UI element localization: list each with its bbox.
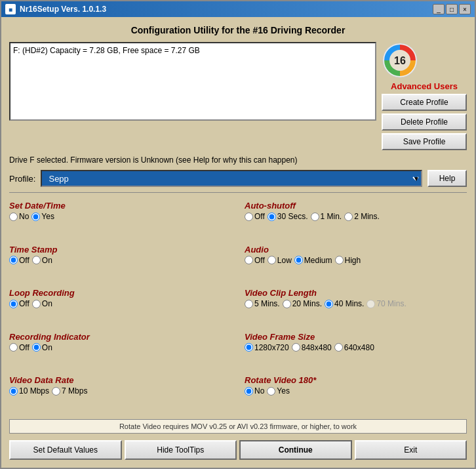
auto-shutoff-30[interactable]: 30 Secs. xyxy=(268,212,308,221)
auto-shutoff-label: Auto-shutoff xyxy=(245,201,467,211)
audio-options: Off Low Medium High xyxy=(245,256,467,265)
vdr-7mbps[interactable]: 7 Mbps xyxy=(52,386,87,396)
title-bar: ■ Nr16Setup Vers. 1.0.1.3 _ □ × xyxy=(1,1,475,17)
recording-indicator-group: Recording Indicator Off On xyxy=(9,329,231,372)
vcl-5min[interactable]: 5 Mins. xyxy=(245,299,280,308)
profile-select[interactable]: Sepp xyxy=(41,170,422,187)
video-clip-length-options: 5 Mins. 20 Mins. 40 Mins. 70 Mins. xyxy=(245,299,467,308)
help-button[interactable]: Help xyxy=(427,170,467,187)
time-stamp-group: Time Stamp Off On xyxy=(9,242,231,285)
video-clip-length-label: Video Clip Length xyxy=(245,288,467,298)
set-date-time-options: No Yes xyxy=(9,212,231,221)
audio-group: Audio Off Low Medium xyxy=(245,242,467,285)
video-frame-size-label: Video Frame Size xyxy=(245,332,467,342)
rotate-video-yes[interactable]: Yes xyxy=(267,386,290,396)
set-defaults-button[interactable]: Set Default Values xyxy=(9,440,122,460)
audio-label: Audio xyxy=(245,245,467,255)
hide-tooltips-button[interactable]: Hide ToolTips xyxy=(125,440,237,460)
svg-text:16: 16 xyxy=(394,55,406,66)
minimize-button[interactable]: _ xyxy=(433,4,445,14)
recording-indicator-options: Off On xyxy=(9,343,231,352)
drive-item: F: (HD#2) Capacity = 7.28 GB, Free space… xyxy=(13,46,372,55)
time-stamp-label: Time Stamp xyxy=(9,245,231,255)
window-controls[interactable]: _ □ × xyxy=(433,4,471,14)
set-date-time-no[interactable]: No xyxy=(9,212,29,221)
status-text: Drive F selected. Firmware version is Un… xyxy=(9,154,467,166)
time-stamp-off[interactable]: Off xyxy=(9,256,30,265)
vcl-70min[interactable]: 70 Mins. xyxy=(367,299,406,308)
exit-button[interactable]: Exit xyxy=(355,440,467,460)
audio-high[interactable]: High xyxy=(335,256,361,265)
vfs-640[interactable]: 640x480 xyxy=(334,343,374,352)
right-panel: 16 Advanced Users Create Profile Delete … xyxy=(382,42,467,150)
rotate-video-no[interactable]: No xyxy=(245,386,264,396)
vcl-40min[interactable]: 40 Mins. xyxy=(325,299,364,308)
drive-list[interactable]: F: (HD#2) Capacity = 7.28 GB, Free space… xyxy=(9,42,376,121)
loop-recording-on[interactable]: On xyxy=(32,299,52,308)
video-data-rate-label: Video Data Rate xyxy=(9,375,231,385)
vfs-1280[interactable]: 1280x720 xyxy=(245,343,289,352)
set-date-time-yes[interactable]: Yes xyxy=(31,212,54,221)
audio-medium[interactable]: Medium xyxy=(294,256,332,265)
maximize-button[interactable]: □ xyxy=(446,4,458,14)
title-bar-left: ■ Nr16Setup Vers. 1.0.1.3 xyxy=(5,4,106,14)
app-logo: 16 xyxy=(382,42,418,79)
page-title: Configuration Utility for the #16 Drivin… xyxy=(9,22,467,38)
audio-low[interactable]: Low xyxy=(268,256,292,265)
main-content: Configuration Utility for the #16 Drivin… xyxy=(1,17,475,468)
advanced-users-label: Advanced Users xyxy=(382,81,467,91)
video-data-rate-options: 10 Mbps 7 Mbps xyxy=(9,386,231,396)
set-date-time-group: Set Date/Time No Yes xyxy=(9,198,231,241)
recording-indicator-label: Recording Indicator xyxy=(9,332,231,342)
loop-recording-group: Loop Recording Off On xyxy=(9,285,231,328)
profile-label: Profile: xyxy=(9,174,35,184)
close-button[interactable]: × xyxy=(459,4,471,14)
create-profile-button[interactable]: Create Profile xyxy=(382,94,467,111)
audio-off[interactable]: Off xyxy=(245,256,265,265)
continue-button[interactable]: Continue xyxy=(239,440,352,460)
profile-select-wrapper[interactable]: Sepp xyxy=(41,170,422,187)
bottom-buttons: Set Default Values Hide ToolTips Continu… xyxy=(9,438,467,462)
loop-recording-label: Loop Recording xyxy=(9,288,231,298)
vfs-848[interactable]: 848x480 xyxy=(292,343,332,352)
time-stamp-on[interactable]: On xyxy=(32,256,52,265)
rotate-video-options: No Yes xyxy=(245,386,467,396)
time-stamp-options: Off On xyxy=(9,256,231,265)
loop-recording-options: Off On xyxy=(9,299,231,308)
main-window: ■ Nr16Setup Vers. 1.0.1.3 _ □ × Configur… xyxy=(0,0,476,469)
auto-shutoff-group: Auto-shutoff Off 30 Secs. 1 Min. xyxy=(245,198,467,241)
rec-indicator-on[interactable]: On xyxy=(32,343,52,352)
top-section: F: (HD#2) Capacity = 7.28 GB, Free space… xyxy=(9,42,467,150)
video-frame-size-options: 1280x720 848x480 640x480 xyxy=(245,343,467,352)
settings-grid: Set Date/Time No Yes Auto-shutoff xyxy=(9,198,467,415)
rotate-video-group: Rotate Video 180* No Yes xyxy=(245,373,467,415)
info-box: Rotate Video requires MOV v0.25 or AVI v… xyxy=(9,419,467,434)
divider-1 xyxy=(9,192,467,193)
vcl-20min[interactable]: 20 Mins. xyxy=(283,299,322,308)
video-clip-length-group: Video Clip Length 5 Mins. 20 Mins. 40 Mi… xyxy=(245,285,467,328)
window-title: Nr16Setup Vers. 1.0.1.3 xyxy=(20,5,106,14)
auto-shutoff-options: Off 30 Secs. 1 Min. 2 Mins. xyxy=(245,212,467,221)
save-profile-button[interactable]: Save Profile xyxy=(382,133,467,150)
delete-profile-button[interactable]: Delete Profile xyxy=(382,113,467,131)
rec-indicator-off[interactable]: Off xyxy=(9,343,30,352)
vdr-10mbps[interactable]: 10 Mbps xyxy=(9,386,49,396)
auto-shutoff-1min[interactable]: 1 Min. xyxy=(311,212,342,221)
app-icon: ■ xyxy=(5,4,16,14)
profile-row: Profile: Sepp Help xyxy=(9,170,467,187)
video-frame-size-group: Video Frame Size 1280x720 848x480 640x48… xyxy=(245,329,467,372)
auto-shutoff-2min[interactable]: 2 Mins. xyxy=(344,212,380,221)
video-data-rate-group: Video Data Rate 10 Mbps 7 Mbps xyxy=(9,373,231,415)
set-date-time-label: Set Date/Time xyxy=(9,201,231,211)
loop-recording-off[interactable]: Off xyxy=(9,299,30,308)
auto-shutoff-off[interactable]: Off xyxy=(245,212,265,221)
rotate-video-label: Rotate Video 180* xyxy=(245,375,467,385)
